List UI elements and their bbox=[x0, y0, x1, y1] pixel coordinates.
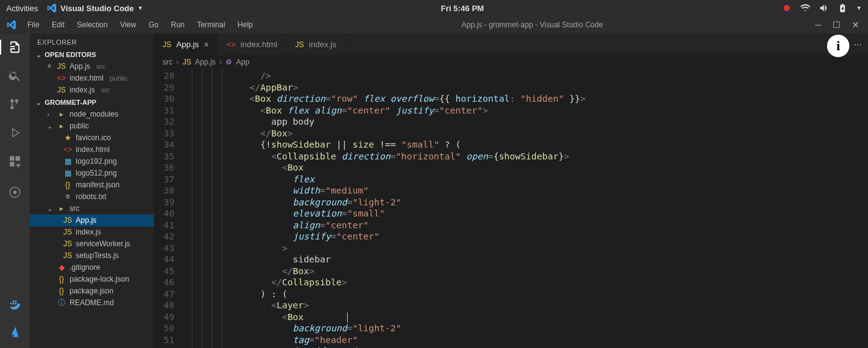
tree-item-index-html[interactable]: ›<>index.html bbox=[30, 144, 154, 156]
menu-run[interactable]: Run bbox=[166, 18, 189, 32]
ab-scm-icon[interactable] bbox=[7, 97, 22, 112]
ab-extensions-icon[interactable] bbox=[7, 154, 22, 169]
code-line[interactable]: app body bbox=[182, 116, 868, 128]
code-line[interactable]: </Box> bbox=[182, 265, 868, 277]
js-file-icon: JS bbox=[63, 216, 72, 225]
code-line[interactable]: align="center" bbox=[182, 220, 868, 231]
ab-explorer-icon[interactable] bbox=[7, 40, 22, 55]
code-line[interactable]: elevation="small" bbox=[182, 208, 868, 220]
code-line[interactable]: ) : ( bbox=[182, 288, 868, 300]
code-line[interactable]: <Collapsible direction="horizontal" open… bbox=[182, 151, 868, 163]
ab-debug-icon[interactable] bbox=[7, 125, 22, 140]
code-line[interactable]: background="light-2" bbox=[182, 197, 868, 208]
os-tray[interactable]: ▼ bbox=[782, 3, 862, 13]
ab-docker-icon[interactable] bbox=[7, 296, 22, 311]
line-number: 41 bbox=[154, 220, 174, 231]
activities-button[interactable]: Activities bbox=[6, 4, 38, 13]
code-content[interactable]: /> </AppBar> <Box direction="row" flex o… bbox=[182, 69, 868, 348]
menu-terminal[interactable]: Terminal bbox=[192, 18, 230, 32]
chevron-right-icon[interactable]: › bbox=[47, 109, 53, 120]
tree-item-robots-txt[interactable]: ›≡robots.txt bbox=[30, 191, 154, 203]
window-maximize-button[interactable]: ☐ bbox=[833, 20, 841, 30]
open-editor-item[interactable]: JSindex.jssrc bbox=[30, 84, 154, 96]
code-editor[interactable]: 2829303132333435363738394041424344454647… bbox=[154, 69, 868, 348]
tree-item-package-lock-json[interactable]: ›{}package-lock.json bbox=[30, 274, 154, 285]
tree-item-public[interactable]: ⌄▸public bbox=[30, 120, 154, 132]
code-line[interactable]: <Box bbox=[182, 162, 868, 174]
chevron-down-icon[interactable]: ⌄ bbox=[47, 203, 53, 215]
code-line[interactable]: justify="center" bbox=[182, 231, 868, 243]
tree-item-app-js[interactable]: ›JSApp.js bbox=[30, 215, 154, 226]
project-header[interactable]: ⌄ GROMMET-APP bbox=[30, 96, 154, 109]
menu-edit[interactable]: Edit bbox=[47, 18, 70, 32]
breadcrumb-segment[interactable]: App bbox=[236, 58, 249, 66]
star-file-icon: ★ bbox=[63, 134, 72, 143]
code-line[interactable]: background="light-2" bbox=[182, 323, 868, 334]
tree-item-label: index.html bbox=[76, 144, 110, 156]
active-app-menu[interactable]: Visual Studio Code ▼ bbox=[47, 3, 143, 13]
tree-item-serviceworker-js[interactable]: ›JSserviceWorker.js bbox=[30, 238, 154, 250]
menu-go[interactable]: Go bbox=[143, 18, 163, 32]
editor-tab-index-html[interactable]: <>index.html bbox=[218, 33, 286, 55]
window-minimize-button[interactable]: ─ bbox=[815, 20, 821, 30]
breadcrumb[interactable]: src›JSApp.js›⚙App bbox=[154, 55, 868, 69]
ab-azure-icon[interactable] bbox=[7, 324, 22, 339]
code-line[interactable]: <Layer> bbox=[182, 300, 868, 311]
ab-remote-icon[interactable] bbox=[7, 185, 22, 200]
tree-item-favicon-ico[interactable]: ›★favicon.ico bbox=[30, 132, 154, 144]
menu-file[interactable]: File bbox=[22, 18, 44, 32]
tree-item-src[interactable]: ⌄▸src bbox=[30, 203, 154, 215]
tree-item-index-js[interactable]: ›JSindex.js bbox=[30, 226, 154, 238]
tree-item-package-json[interactable]: ›{}package.json bbox=[30, 285, 154, 297]
tree-item--gitignore[interactable]: ›◆.gitignore bbox=[30, 262, 154, 274]
tree-item-logo512-png[interactable]: ›▦logo512.png bbox=[30, 167, 154, 179]
chevron-down-icon[interactable]: ⌄ bbox=[47, 120, 53, 132]
os-clock[interactable]: Fri 5:46 PM bbox=[143, 4, 782, 13]
tree-item-manifest-json[interactable]: ›{}manifest.json bbox=[30, 179, 154, 191]
explorer-title: EXPLORER bbox=[30, 33, 154, 48]
code-line[interactable]: sidebar bbox=[182, 254, 868, 265]
tree-item-logo192-png[interactable]: ›▦logo192.png bbox=[30, 156, 154, 167]
breadcrumb-segment[interactable]: src bbox=[163, 58, 173, 66]
screen-record-icon[interactable] bbox=[782, 3, 792, 13]
tab-label: index.js bbox=[309, 40, 337, 49]
wifi-icon[interactable] bbox=[800, 3, 810, 13]
menu-view[interactable]: View bbox=[115, 18, 141, 32]
breadcrumb-segment[interactable]: App.js bbox=[195, 58, 215, 66]
code-line[interactable]: </Box> bbox=[182, 128, 868, 140]
tree-item-node_modules[interactable]: ›▸node_modules bbox=[30, 109, 154, 120]
code-line[interactable]: </AppBar> bbox=[182, 82, 868, 94]
code-line[interactable]: width="medium" bbox=[182, 185, 868, 197]
tree-item-setuptests-js[interactable]: ›JSsetupTests.js bbox=[30, 250, 154, 262]
menu-help[interactable]: Help bbox=[233, 18, 258, 32]
tree-item-label: package-lock.json bbox=[70, 274, 129, 285]
more-icon[interactable]: ⋯ bbox=[854, 40, 862, 49]
close-icon[interactable]: × bbox=[47, 61, 53, 73]
window-close-button[interactable]: ✕ bbox=[852, 20, 859, 30]
code-line[interactable]: {!showSidebar || size !== "small" ? ( bbox=[182, 139, 868, 151]
code-line[interactable]: tag="header" bbox=[182, 334, 868, 346]
open-editors-header[interactable]: ⌄ OPEN EDITORS bbox=[30, 48, 154, 61]
line-number: 51 bbox=[154, 334, 174, 346]
code-line[interactable]: <Box bbox=[182, 311, 868, 323]
battery-icon[interactable] bbox=[838, 3, 848, 13]
code-line[interactable]: flex bbox=[182, 174, 868, 185]
code-line[interactable]: </Collapsible> bbox=[182, 277, 868, 288]
volume-icon[interactable] bbox=[819, 3, 829, 13]
code-line[interactable]: > bbox=[182, 243, 868, 254]
editor-tab-index-js[interactable]: JSindex.js bbox=[287, 33, 346, 55]
open-editor-item[interactable]: <>index.htmlpublic bbox=[30, 73, 154, 84]
vscode-icon bbox=[47, 3, 57, 13]
tree-item-readme-md[interactable]: ›ⓘREADME.md bbox=[30, 297, 154, 309]
menu-selection[interactable]: Selection bbox=[72, 18, 112, 32]
editor-tab-app-js[interactable]: JSApp.js× bbox=[154, 33, 218, 55]
code-line[interactable]: /> bbox=[182, 70, 868, 82]
line-number: 40 bbox=[154, 208, 174, 220]
code-line[interactable]: justify="end" bbox=[182, 346, 868, 348]
open-editor-item[interactable]: ×JSApp.jssrc bbox=[30, 61, 154, 73]
ab-search-icon[interactable] bbox=[7, 68, 22, 83]
close-icon[interactable]: × bbox=[204, 40, 209, 50]
menu-bar: FileEditSelectionViewGoRunTerminalHelp bbox=[22, 18, 258, 32]
code-line[interactable]: <Box direction="row" flex overflow={{ ho… bbox=[182, 93, 868, 105]
code-line[interactable]: <Box flex align="center" justify="center… bbox=[182, 105, 868, 117]
